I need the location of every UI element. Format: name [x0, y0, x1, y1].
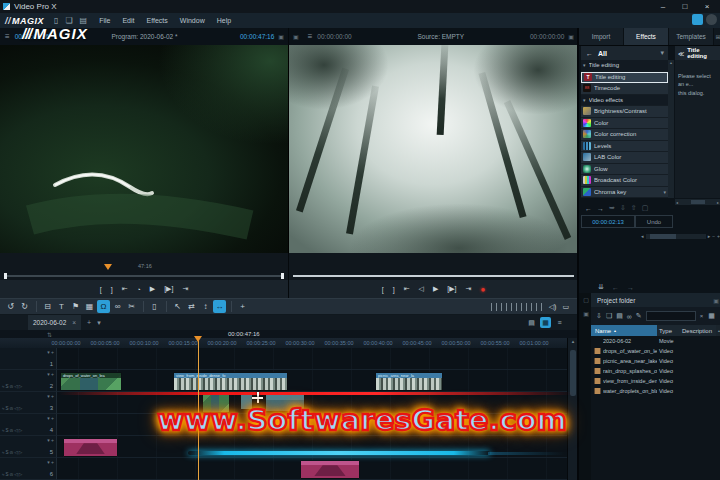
snap-magnet-icon[interactable]: Ω — [97, 300, 110, 313]
nav-forward-icon[interactable]: → — [597, 205, 604, 212]
media-row-picnic-area-near-lake-s-[interactable]: picnic_area_near_lake_s...Video — [591, 356, 720, 366]
move-up-icon[interactable]: ⇧ — [631, 204, 637, 212]
collapse-panel-icon[interactable]: ≪ — [678, 50, 684, 57]
track-caret-icon[interactable]: ▾ + — [47, 459, 54, 465]
transport-range-in-button[interactable]: [ — [382, 286, 384, 293]
clip-audio[interactable] — [63, 438, 118, 457]
track-header-2[interactable]: ▾ +≈S⊙◁▷2 — [0, 370, 57, 392]
effects-breadcrumb[interactable]: ← All ▾ — [581, 46, 668, 60]
collapse-down-icon[interactable]: ⇊ — [598, 283, 604, 291]
detach-panel-icon[interactable]: ▣ — [713, 297, 719, 304]
program-scrub-bar[interactable] — [4, 275, 284, 277]
scroll-left-icon[interactable]: ◂ — [641, 233, 644, 239]
forward-icon[interactable]: → — [627, 284, 634, 291]
range-end-handle[interactable] — [281, 273, 284, 279]
zoom-thumb[interactable] — [650, 234, 676, 239]
hscroll-thumb[interactable] — [691, 200, 705, 204]
timeline-collapse-icon[interactable]: ⇅ — [47, 331, 52, 338]
transport-jump-end-button[interactable]: ⇥ — [466, 285, 472, 293]
menu-edit[interactable]: Edit — [122, 17, 134, 24]
razor-icon[interactable]: ▯ — [148, 300, 161, 313]
mouse-range-icon[interactable]: ⇄ — [185, 300, 198, 313]
track-caret-icon[interactable]: ▾ + — [47, 349, 54, 355]
chevron-down-icon[interactable]: ▾ — [660, 49, 664, 57]
track-caret-icon[interactable]: ▾ + — [47, 437, 54, 443]
add-project-tab-button[interactable]: + — [87, 319, 91, 326]
effects-list-scrollbar[interactable]: ▴ — [668, 60, 674, 198]
fx-item-lab-color[interactable]: LAB Color — [581, 152, 668, 164]
track-header-1[interactable]: ▾ +1 — [0, 348, 57, 370]
delete-icon[interactable]: ⊟ — [41, 300, 54, 313]
fx-item-timecode[interactable]: 88Timecode — [581, 83, 668, 95]
track-buttons[interactable]: ≈S⊙◁▷ — [2, 472, 23, 477]
media-row-rain-drop-splashes-on-[interactable]: rain_drop_splashes_on...Video — [591, 366, 720, 376]
fx-item-title-editing[interactable]: TTitle editing — [581, 72, 668, 84]
record-button[interactable]: ● — [480, 285, 485, 294]
menu-window[interactable]: Window — [180, 17, 205, 24]
timeline-playhead-handle[interactable] — [194, 336, 202, 346]
account-icon[interactable] — [706, 14, 717, 25]
close-button[interactable]: × — [696, 0, 718, 13]
track-header-5[interactable]: ▾ +≈S⊙◁▷5 — [0, 436, 57, 458]
track-header-3[interactable]: ▾ +≈S⊙◁▷3 — [0, 392, 57, 414]
track-buttons[interactable]: ≈S⊙◁▷ — [2, 384, 23, 389]
speaker-icon[interactable]: ◁) — [549, 303, 557, 311]
fx-group-video-effects[interactable]: ▾Video effects — [581, 95, 668, 107]
nav-back-icon[interactable]: ← — [585, 205, 592, 212]
media-row-drops-of-water-on-leav-[interactable]: drops_of_water_on_leav...Video — [591, 346, 720, 356]
transport-range-out-button[interactable]: ] — [111, 286, 113, 293]
tab-corner-icon[interactable]: ⊞ — [714, 28, 720, 45]
source-scrub-bar[interactable] — [293, 275, 574, 277]
source-monitor-video[interactable] — [288, 45, 578, 253]
menu-help[interactable]: Help — [217, 17, 231, 24]
source-timecode-out[interactable]: 00:00:00:00 — [530, 33, 564, 40]
column-description[interactable]: Description — [680, 325, 716, 336]
apply-icon[interactable]: ➥ — [609, 204, 615, 212]
track-caret-icon[interactable]: ▾ + — [47, 415, 54, 421]
mouse-curve-icon[interactable]: ↔ — [213, 300, 226, 313]
maximize-button[interactable]: □ — [674, 0, 696, 13]
program-monitor-video[interactable] — [0, 45, 288, 253]
transport-play-button[interactable]: ▶ — [433, 285, 438, 293]
import-file-icon[interactable]: ⇩ — [596, 312, 602, 320]
new-folder-icon[interactable]: ❏ — [606, 312, 612, 320]
clear-search-icon[interactable]: × — [700, 313, 704, 319]
media-search-input[interactable] — [646, 311, 696, 321]
save-media-icon[interactable]: ▤ — [616, 312, 623, 320]
group-icon[interactable]: ∞ — [111, 300, 124, 313]
transport-jump-start-button[interactable]: ⇤ — [404, 285, 410, 293]
transport-play-range-button[interactable]: [▶] — [164, 285, 173, 293]
close-project-tab-icon[interactable]: × — [72, 319, 76, 326]
clip-forest[interactable]: picnic_area_near_la — [375, 372, 443, 391]
zoom-track[interactable] — [646, 234, 706, 239]
zoom-slider[interactable] — [491, 303, 543, 311]
fx-item-glow[interactable]: Glow — [581, 164, 668, 176]
column-name[interactable]: Name▴ — [591, 325, 657, 336]
track-caret-icon[interactable]: ▾ + — [47, 393, 54, 399]
fx-item-color[interactable]: Color — [581, 118, 668, 130]
track-caret-icon[interactable]: ▾ + — [47, 371, 54, 377]
fx-item-chroma-key[interactable]: Chroma key▾ — [581, 187, 668, 199]
media-row-2020-06-02[interactable]: 2020-06-02Movie — [591, 336, 720, 346]
timeline-scrollbar-thumb[interactable] — [570, 350, 576, 396]
effect-duration[interactable]: 00:00:02:13 — [581, 215, 635, 228]
track-header-4[interactable]: ▾ +≈S⊙◁▷4 — [0, 414, 57, 436]
track-header-6[interactable]: ▾ +≈S⊙◁▷6 — [0, 458, 57, 480]
effect-detail-hscroll[interactable]: ◂▸ — [675, 199, 720, 205]
timeline-view-icon[interactable]: ▤ — [526, 317, 537, 328]
minimize-button[interactable]: – — [652, 0, 674, 13]
redo-icon[interactable]: ↻ — [18, 300, 31, 313]
program-menu-icon[interactable]: ≡ — [5, 32, 10, 41]
source-detach-icon[interactable]: ▣ — [568, 33, 574, 40]
program-scrub-playhead[interactable] — [104, 264, 112, 274]
column-type[interactable]: Type — [657, 325, 680, 336]
transport-play-range-button[interactable]: [▶] — [447, 285, 456, 293]
clip-forest[interactable]: view_from_inside_dense_fo — [173, 372, 288, 391]
back-icon[interactable]: ← — [612, 284, 619, 291]
media-scroll-up-icon[interactable]: ▴ — [716, 325, 720, 336]
zoom-out-icon[interactable]: − — [712, 233, 715, 239]
move-down-icon[interactable]: ⇩ — [620, 204, 626, 212]
object-grid-icon[interactable]: ▦ — [83, 300, 96, 313]
mouse-stretch-icon[interactable]: ↕ — [199, 300, 212, 313]
reset-icon[interactable]: ▢ — [642, 204, 649, 212]
